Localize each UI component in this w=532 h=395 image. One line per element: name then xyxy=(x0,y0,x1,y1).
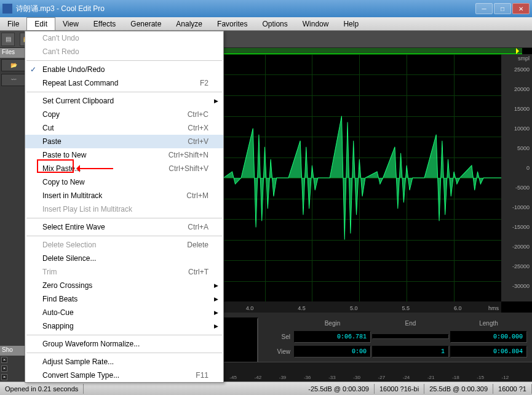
menu-item-select-entire-wave[interactable]: Select Entire WaveCtrl+A xyxy=(25,220,223,234)
statusbar: Opened in 0.21 seconds -25.5dB @ 0:00.30… xyxy=(0,381,532,395)
yaxis-tick: 0 xyxy=(526,165,530,171)
yaxis-tick: -30000 xyxy=(512,283,530,289)
time-tick: 6.0 xyxy=(454,305,462,311)
selinfo-value: 0:06.804 xyxy=(450,346,527,357)
menu-item-find-beats[interactable]: Find Beats▶ xyxy=(25,292,223,306)
status-cell: -25.5dB @ 0:00.309 xyxy=(303,384,375,394)
time-tick: 5.0 xyxy=(350,305,358,311)
menu-item-paste[interactable]: PasteCtrl+V xyxy=(25,135,223,148)
menu-item-enable-undo-redo[interactable]: ✓Enable Undo/Redo xyxy=(25,63,223,76)
selinfo-value: 0:06.781 xyxy=(294,331,371,343)
yaxis-tick: -5000 xyxy=(515,185,530,191)
yaxis-tick: 20000 xyxy=(514,86,530,92)
meter-tick: -30 xyxy=(353,375,360,380)
menu-item-insert-play-list-in-multitrack: Insert Play List in Multitrack xyxy=(25,202,223,216)
menu-item-repeat-last-command[interactable]: Repeat Last CommandF2 xyxy=(25,76,223,90)
meter-tick: -24 xyxy=(403,375,410,380)
toolbar-button[interactable]: ▤ xyxy=(1,33,15,46)
meter-tick: -36 xyxy=(304,375,311,380)
meter-tick: -15 xyxy=(477,375,484,380)
minimize-button[interactable]: ─ xyxy=(475,3,493,14)
menu-item-paste-to-new[interactable]: Paste to NewCtrl+Shift+N xyxy=(25,148,223,162)
meter-tick: -45 xyxy=(229,375,237,380)
sidebar-header: Files xyxy=(0,48,28,58)
yaxis-unit: smpl xyxy=(518,55,530,62)
menu-item-zero-crossings[interactable]: Zero Crossings▶ xyxy=(25,279,223,292)
menu-item-can-t-redo: Can't Redo xyxy=(25,45,223,58)
show-check-3[interactable]: × xyxy=(0,373,28,381)
menu-item-copy[interactable]: CopyCtrl+C xyxy=(25,108,223,121)
menu-generate[interactable]: Generate xyxy=(123,18,169,30)
window-title: 诗朗诵.mp3 - Cool Edit Pro xyxy=(16,4,475,14)
selinfo-value: 0:00 xyxy=(294,346,371,357)
status-cell: 16000 ?1 xyxy=(493,384,532,394)
yaxis-tick: -10000 xyxy=(512,204,530,210)
menu-item-trim: TrimCtrl+T xyxy=(25,265,223,279)
selinfo-value xyxy=(372,334,449,339)
time-tick: 4.0 xyxy=(246,305,254,311)
maximize-button[interactable]: □ xyxy=(494,3,511,14)
menu-window[interactable]: Window xyxy=(295,18,336,30)
selinfo-value: 1 xyxy=(372,346,449,357)
menu-item-mix-paste-[interactable]: Mix Paste...Ctrl+Shift+V xyxy=(25,162,223,175)
menubar: FileEditViewEffectsGenerateAnalyzeFavori… xyxy=(0,17,532,31)
close-button[interactable]: ✕ xyxy=(512,3,530,14)
selinfo-header: Begin xyxy=(294,320,371,327)
menu-item-delete-silence-[interactable]: Delete Silence... xyxy=(25,252,223,265)
titlebar: 诗朗诵.mp3 - Cool Edit Pro ─ □ ✕ xyxy=(0,0,532,17)
menu-options[interactable]: Options xyxy=(255,18,295,30)
selinfo-value: 0:00.000 xyxy=(450,331,527,343)
yaxis-tick: 25000 xyxy=(514,66,530,73)
open-file-icon[interactable]: 📂 xyxy=(1,59,26,71)
app-icon xyxy=(2,4,12,14)
meter-tick: -12 xyxy=(502,375,509,380)
time-tick: 5.5 xyxy=(402,305,410,311)
menu-item-adjust-sample-rate-[interactable]: Adjust Sample Rate... xyxy=(25,355,223,369)
menu-view[interactable]: View xyxy=(55,18,86,30)
selinfo-header: End xyxy=(372,320,449,327)
status-cell: 25.5dB @ 0:00.309 xyxy=(424,384,493,394)
show-header: Sho xyxy=(0,346,28,356)
menu-item-can-t-undo: Can't Undo xyxy=(25,31,223,45)
menu-item-delete-selection: Delete SelectionDelete xyxy=(25,238,223,252)
show-check-2[interactable]: × xyxy=(0,364,28,373)
selinfo-header: Length xyxy=(450,320,527,327)
meter-tick: -18 xyxy=(452,375,459,380)
waveform-icon[interactable]: 〰 xyxy=(1,74,26,86)
menu-effects[interactable]: Effects xyxy=(86,18,123,30)
meter-tick: -42 xyxy=(255,375,262,380)
yaxis-tick: 15000 xyxy=(514,106,530,112)
meter-tick: -39 xyxy=(279,375,287,380)
yaxis-tick: 5000 xyxy=(517,145,530,151)
menu-item-insert-in-multitrack[interactable]: Insert in MultitrackCtrl+M xyxy=(25,189,223,202)
menu-item-group-waveform-normalize-[interactable]: Group Waveform Normalize... xyxy=(25,337,223,351)
menu-item-snapping[interactable]: Snapping▶ xyxy=(25,319,223,333)
meter-tick: -27 xyxy=(378,375,386,380)
menu-analyze[interactable]: Analyze xyxy=(169,18,210,30)
status-left: Opened in 0.21 seconds xyxy=(0,384,84,394)
selinfo-label: View xyxy=(268,348,293,355)
menu-item-set-current-clipboard[interactable]: Set Current Clipboard▶ xyxy=(25,94,223,108)
yaxis-tick: -20000 xyxy=(512,244,530,250)
annotation-arrow xyxy=(73,165,113,172)
menu-edit[interactable]: Edit xyxy=(26,17,55,30)
menu-file[interactable]: File xyxy=(0,18,26,30)
status-cell: 16000 ?16-bi xyxy=(375,384,424,394)
yaxis-tick: -25000 xyxy=(512,263,530,269)
menu-item-copy-to-new[interactable]: Copy to New xyxy=(25,175,223,189)
menu-item-auto-cue[interactable]: Auto-Cue▶ xyxy=(25,306,223,319)
menu-help[interactable]: Help xyxy=(336,18,366,30)
yaxis-tick: 10000 xyxy=(514,126,530,132)
show-check-1[interactable]: × xyxy=(0,356,28,364)
meter-tick: -33 xyxy=(328,375,336,380)
edit-menu-dropdown: Can't UndoCan't Redo✓Enable Undo/RedoRep… xyxy=(25,31,224,383)
time-tick: 4.5 xyxy=(298,305,306,311)
menu-item-cut[interactable]: CutCtrl+X xyxy=(25,121,223,135)
menu-favorites[interactable]: Favorites xyxy=(210,18,255,30)
yaxis-tick: -15000 xyxy=(512,224,530,230)
time-unit: hms xyxy=(488,305,499,311)
selinfo-label: Sel xyxy=(268,333,293,340)
menu-item-convert-sample-type-[interactable]: Convert Sample Type...F11 xyxy=(25,369,223,382)
meter-tick: -21 xyxy=(427,375,435,380)
amplitude-axis: smpl 2500020000150001000050000-5000-1000… xyxy=(501,54,532,301)
